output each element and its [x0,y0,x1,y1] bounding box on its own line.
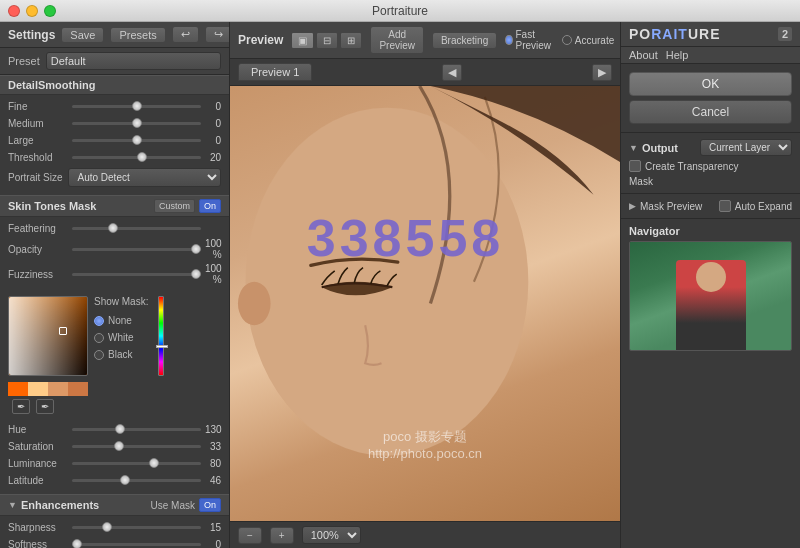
accurate-option: Accurate [562,35,614,46]
latitude-slider[interactable] [72,473,201,487]
panel-toolbar: Settings Save Presets ↩ ↪ [0,22,229,48]
navigator-head [696,262,726,292]
color-picker[interactable] [8,296,88,376]
zoom-select[interactable]: 100% 50% 200% [302,526,361,544]
radio-black[interactable]: Black [94,349,148,360]
color-picker-gradient [9,297,87,375]
mask-label: Mask [629,176,653,187]
eyedropper-row: ✒ ✒ [8,399,88,414]
medium-label: Medium [8,118,68,129]
create-transparency-checkbox[interactable] [629,160,641,172]
output-section: ▼ Output Current Layer Create Transparen… [621,132,800,193]
output-header: ▼ Output Current Layer [629,139,792,156]
save-button[interactable]: Save [61,27,104,43]
softness-value: 0 [205,539,221,549]
radio-none[interactable]: None [94,315,148,326]
opacity-value: 100 % [205,238,222,260]
auto-expand-checkbox[interactable] [719,200,731,212]
hue-marker [156,345,168,348]
help-menu-item[interactable]: Help [666,49,689,61]
latitude-label: Latitude [8,475,68,486]
large-value: 0 [205,135,221,146]
fuzziness-value: 100 % [205,263,222,285]
skin-tones-label: Skin Tones Mask [8,200,96,212]
sharpness-label: Sharpness [8,522,68,533]
version-badge: 2 [778,27,792,41]
swatch-brown[interactable] [68,382,88,396]
fine-slider[interactable] [72,99,201,113]
opacity-slider-row: Opacity 100 % [8,238,221,260]
threshold-slider[interactable] [72,150,201,164]
about-menu-item[interactable]: About [629,49,658,61]
undo-button[interactable]: ↩ [172,26,199,43]
zoom-minus-button[interactable]: − [238,527,262,544]
preview-tab-1[interactable]: Preview 1 [238,63,312,81]
large-slider[interactable] [72,133,201,147]
maximize-button[interactable] [44,5,56,17]
eyedropper2-button[interactable]: ✒ [36,399,54,414]
minimize-button[interactable] [26,5,38,17]
close-button[interactable] [8,5,20,17]
radio-none-dot [94,316,104,326]
view-buttons: ▣ ⊟ ⊞ [291,32,362,49]
fast-preview-radio[interactable] [505,35,512,45]
hue-bar[interactable] [158,296,164,376]
zoom-plus-button[interactable]: + [270,527,294,544]
medium-slider-row: Medium 0 [8,116,221,130]
fuzziness-slider-row: Fuzziness 100 % [8,263,221,285]
logo-highlight: RAIT [651,26,688,42]
medium-value: 0 [205,118,221,129]
ok-button[interactable]: OK [629,72,792,96]
output-label: Output [642,142,678,154]
cancel-button[interactable]: Cancel [629,100,792,124]
softness-slider[interactable] [72,537,201,548]
preset-label: Preset [8,55,40,67]
radio-white[interactable]: White [94,332,148,343]
single-view-button[interactable]: ▣ [291,32,314,49]
fuzziness-slider[interactable] [72,267,201,281]
settings-label: Settings [8,28,55,42]
fine-slider-row: Fine 0 [8,99,221,113]
mask-preview-row: ▶ Mask Preview Auto Expand [629,200,792,212]
radio-white-dot [94,333,104,343]
accurate-radio[interactable] [562,35,572,45]
output-select[interactable]: Current Layer [700,139,792,156]
sharpness-slider[interactable] [72,520,201,534]
preset-select[interactable]: Default [46,52,221,70]
dual-view-button[interactable]: ⊟ [316,32,338,49]
swatch-tan[interactable] [48,382,68,396]
prev-nav-button[interactable]: ◀ [442,64,462,81]
hue-label: Hue [8,424,68,435]
saturation-slider[interactable] [72,439,201,453]
hue-slider[interactable] [72,422,201,436]
eyedropper-button[interactable]: ✒ [12,399,30,414]
detail-smoothing-content: Fine 0 Medium 0 Large 0 Threshold 20 Por… [0,95,229,195]
preview-toolbar-right: Add Preview Bracketing Fast Preview Accu… [370,26,614,54]
luminance-slider[interactable] [72,456,201,470]
luminance-slider-row: Luminance 80 [8,456,221,470]
opacity-slider[interactable] [72,242,201,256]
sharpness-slider-row: Sharpness 15 [8,520,221,534]
next-nav-button[interactable]: ▶ [592,64,612,81]
medium-slider[interactable] [72,116,201,130]
luminance-label: Luminance [8,458,68,469]
bracketing-button[interactable]: Bracketing [432,32,497,49]
preview-area: Preview ▣ ⊟ ⊞ Add Preview Bracketing Fas… [230,22,620,548]
presets-button[interactable]: Presets [110,27,165,43]
portrait-size-select[interactable]: Auto Detect [68,168,221,187]
quad-view-button[interactable]: ⊞ [340,32,362,49]
mask-preview-section: ▶ Mask Preview Auto Expand [621,193,800,218]
softness-slider-row: Softness 0 [8,537,221,548]
fast-preview-option: Fast Preview [505,29,554,51]
fuzziness-label: Fuzziness [8,269,68,280]
add-preview-button[interactable]: Add Preview [370,26,424,54]
sharpness-value: 15 [205,522,221,533]
redo-button[interactable]: ↪ [205,26,230,43]
feathering-slider[interactable] [72,221,201,235]
saturation-slider-row: Saturation 33 [8,439,221,453]
swatch-orange[interactable] [8,382,28,396]
navigator-image [629,241,792,351]
show-mask-label: Show Mask: [94,296,148,307]
create-transparency-label: Create Transparency [645,161,738,172]
swatch-peach[interactable] [28,382,48,396]
